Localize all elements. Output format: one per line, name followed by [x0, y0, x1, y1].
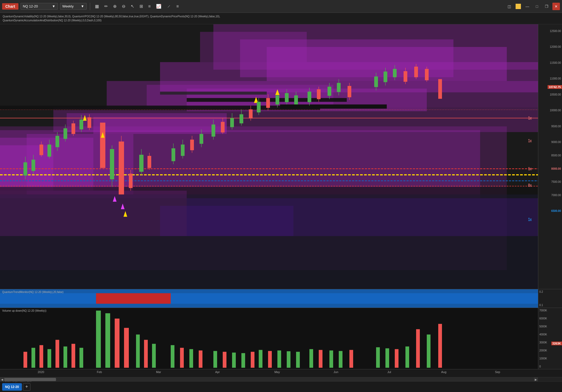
toolbar-properties[interactable]: ≡ [147, 3, 152, 10]
svg-rect-160 [309, 349, 313, 368]
toolbar-indicator[interactable]: 📈 [154, 3, 163, 10]
svg-rect-156 [268, 351, 272, 368]
timeframe-value: Weekly [62, 4, 74, 8]
trend-axis-0.1: 0.1 [539, 304, 561, 307]
svg-rect-114 [384, 72, 387, 82]
trend-svg [0, 289, 538, 308]
svg-rect-67 [139, 155, 144, 172]
color-swatch [516, 4, 521, 9]
svg-rect-69 [148, 156, 151, 168]
scrollbar-left-arrow[interactable]: ◀ [0, 377, 4, 382]
title-bar: Chart NQ 12-20 ▼ Weekly ▼ ▦ ✏ ⊕ ⊖ ↖ ⊞ ≡ … [0, 0, 562, 13]
svg-rect-128 [0, 293, 96, 304]
time-label-sep: Sep [495, 370, 500, 374]
add-tab-button[interactable]: + [23, 383, 30, 391]
toolbar-zoom-in[interactable]: ⊕ [111, 3, 118, 10]
svg-rect-134 [47, 349, 51, 368]
svg-rect-62 [129, 174, 133, 188]
svg-rect-58 [110, 149, 114, 179]
toolbar-separator-1 [90, 3, 90, 10]
svg-rect-146 [171, 345, 174, 368]
svg-rect-122 [425, 69, 429, 80]
svg-rect-42 [47, 145, 51, 157]
svg-text:1x: 1x [528, 116, 532, 120]
window-close[interactable]: ✕ [552, 3, 560, 10]
volume-axis: 7000K 6000K 5000K 4000K 3000K 2000K 1000… [538, 308, 562, 369]
svg-rect-77 [200, 134, 203, 144]
svg-rect-85 [240, 114, 243, 123]
toolbar-pointer[interactable]: ↖ [129, 3, 136, 10]
trend-axis: 0.2 0.1 [538, 289, 562, 308]
svg-rect-171 [438, 324, 442, 368]
svg-rect-124 [438, 79, 442, 99]
tab-label: NQ 12-20 [5, 385, 19, 389]
chart-area: 1x 1x 1x 8x 1x [0, 24, 562, 289]
price-level-10000: 10000.00 [550, 109, 561, 112]
symbol-chevron: ▼ [52, 4, 55, 8]
scrollbar-right-arrow[interactable]: ▶ [534, 377, 538, 382]
indicator-line2: QuantumDynamicAccumulationAndDistributio… [3, 18, 559, 22]
svg-rect-108 [337, 83, 341, 92]
price-level-11500: 11500.00 [550, 61, 561, 64]
price-level-10500: 10500.00 [550, 93, 561, 96]
svg-text:1x: 1x [528, 217, 532, 222]
price-level-7500: 7500.00 [551, 180, 561, 183]
svg-rect-17 [0, 106, 320, 110]
toolbar-zoom-out[interactable]: ⊖ [120, 3, 127, 10]
svg-rect-162 [329, 350, 333, 368]
svg-rect-137 [71, 344, 75, 368]
svg-rect-139 [96, 311, 101, 368]
volume-canvas: Volume up down(NQ 12-20 (Weekly)) [0, 308, 538, 369]
svg-rect-142 [124, 328, 129, 368]
window-minimize[interactable]: — [524, 3, 531, 10]
tab-bar: NQ 12-20 + [0, 381, 562, 392]
window-maximize[interactable]: □ [533, 3, 541, 10]
svg-rect-149 [199, 350, 202, 368]
time-label-2020: 2020 [38, 370, 44, 374]
svg-rect-73 [181, 145, 185, 156]
time-label-jun: Jun [334, 370, 338, 374]
time-label-jul: Jul [387, 370, 391, 374]
svg-rect-97 [285, 93, 289, 102]
window-tile[interactable]: ◫ [505, 3, 513, 10]
volume-4000k: 4000K [539, 333, 561, 336]
svg-rect-159 [296, 352, 300, 368]
svg-rect-22 [0, 191, 187, 236]
svg-rect-50 [79, 120, 83, 129]
svg-rect-161 [319, 350, 322, 368]
toolbar-template[interactable]: ⊞ [138, 3, 145, 10]
scrollbar-track[interactable]: ◀ ▶ [0, 377, 538, 381]
toolbar-bar-chart[interactable]: ▦ [93, 3, 101, 10]
svg-rect-55 [100, 122, 105, 168]
tab-nq1220[interactable]: NQ 12-20 [2, 383, 22, 391]
toolbar-market-analyzer[interactable]: ≡ [175, 3, 180, 10]
toolbar-draw[interactable]: ✏ [103, 3, 109, 10]
svg-rect-167 [395, 349, 398, 368]
window-restore[interactable]: ❐ [543, 3, 550, 10]
volume-panel: Volume up down(NQ 12-20 (Weekly)) [0, 308, 562, 369]
price-level-11000: 11000.00 [550, 77, 561, 80]
svg-rect-100 [280, 104, 387, 109]
svg-rect-135 [55, 340, 59, 368]
current-volume-badge: 3263K [551, 342, 562, 345]
svg-rect-60 [119, 141, 124, 194]
symbol-value: NQ 12-20 [23, 4, 38, 8]
svg-rect-48 [71, 123, 75, 134]
svg-rect-38 [31, 160, 35, 171]
svg-rect-36 [23, 162, 27, 176]
scrollbar-thumb[interactable] [3, 378, 56, 381]
svg-rect-153 [241, 353, 245, 368]
svg-text:8x: 8x [528, 183, 532, 188]
toolbar-strategy[interactable]: ⟋ [165, 3, 173, 10]
svg-rect-53 [87, 117, 91, 128]
svg-rect-140 [105, 313, 110, 368]
svg-rect-104 [317, 89, 321, 99]
timeframe-dropdown[interactable]: Weekly ▼ [60, 3, 87, 10]
symbol-dropdown[interactable]: NQ 12-20 ▼ [21, 3, 58, 10]
time-label-aug: Aug [441, 370, 447, 374]
svg-rect-144 [144, 340, 148, 368]
time-label-may: May [274, 370, 280, 374]
chart-canvas[interactable]: 1x 1x 1x 8x 1x [0, 24, 538, 289]
svg-rect-170 [427, 335, 431, 368]
svg-rect-155 [259, 350, 262, 368]
